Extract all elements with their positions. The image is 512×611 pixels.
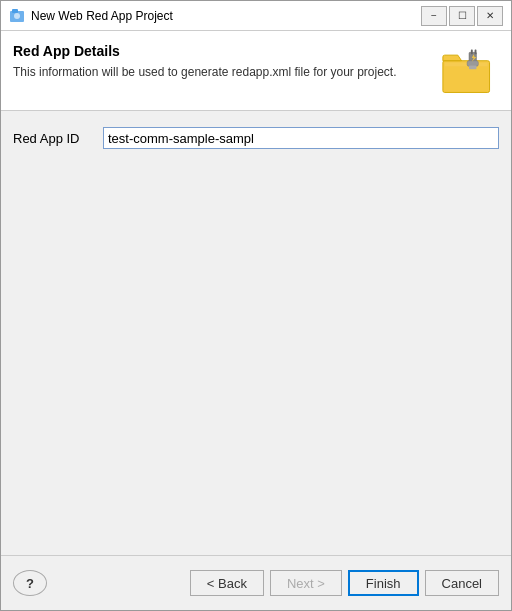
red-app-id-field-row: Red App ID [13, 127, 499, 149]
close-button[interactable]: ✕ [477, 6, 503, 26]
app-icon [9, 8, 25, 24]
help-button[interactable]: ? [13, 570, 47, 596]
svg-rect-10 [469, 65, 476, 69]
footer-buttons: < Back Next > Finish Cancel [190, 570, 499, 596]
svg-rect-5 [445, 62, 488, 66]
red-app-id-label: Red App ID [13, 131, 93, 146]
svg-point-2 [14, 13, 20, 19]
page-description: This information will be used to generat… [13, 65, 439, 79]
footer: ? < Back Next > Finish Cancel [1, 555, 511, 610]
page-title: Red App Details [13, 43, 439, 59]
window-title: New Web Red App Project [31, 9, 421, 23]
svg-rect-7 [471, 49, 473, 54]
svg-rect-1 [12, 9, 18, 13]
window-controls: − ☐ ✕ [421, 6, 503, 26]
next-button[interactable]: Next > [270, 570, 342, 596]
title-bar: New Web Red App Project − ☐ ✕ [1, 1, 511, 31]
svg-rect-8 [475, 49, 477, 54]
header-icon [439, 43, 499, 98]
cancel-button[interactable]: Cancel [425, 570, 499, 596]
maximize-button[interactable]: ☐ [449, 6, 475, 26]
header-section: Red App Details This information will be… [1, 31, 511, 111]
main-window: New Web Red App Project − ☐ ✕ Red App De… [0, 0, 512, 611]
minimize-button[interactable]: − [421, 6, 447, 26]
form-content: Red App ID [1, 111, 511, 555]
header-text: Red App Details This information will be… [13, 43, 439, 79]
red-app-id-input[interactable] [103, 127, 499, 149]
back-button[interactable]: < Back [190, 570, 264, 596]
finish-button[interactable]: Finish [348, 570, 419, 596]
